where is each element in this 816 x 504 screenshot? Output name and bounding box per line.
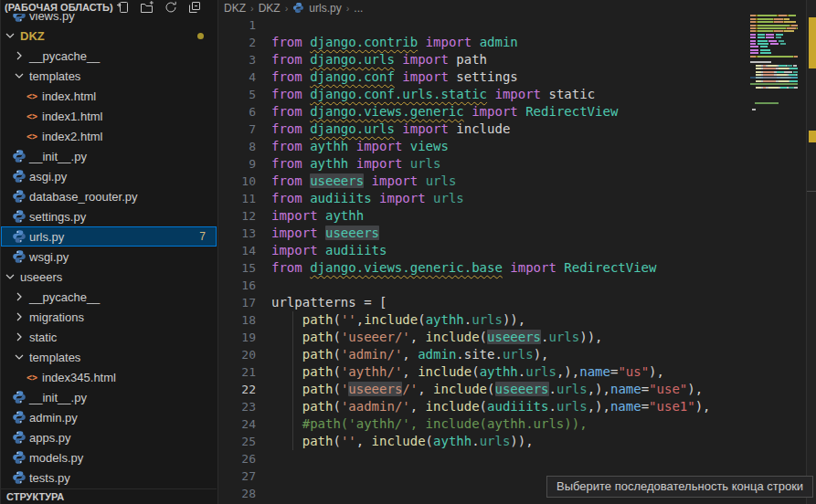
code-line[interactable]: 26	[219, 450, 816, 467]
tree-item-DKZ[interactable]: DKZ	[1, 26, 217, 46]
code-line[interactable]: 11from audiiits import urls	[219, 190, 816, 207]
new-file-icon[interactable]	[116, 0, 131, 15]
line-number: 25	[219, 433, 256, 450]
tree-item-__init__.py[interactable]: __init__.py	[1, 146, 217, 166]
code-line[interactable]: 5from django.conf.urls.static import sta…	[219, 86, 816, 103]
python-icon	[12, 410, 26, 425]
tree-item-database_roouter.py[interactable]: database_roouter.py	[1, 186, 217, 206]
code-line[interactable]: 10from useeers import urls	[219, 173, 816, 190]
code-line[interactable]: 19 path('useeer/', include(useeers.urls)…	[219, 329, 816, 346]
tree-item-label: __pycache__	[29, 49, 100, 63]
vscode-window: views.pyDKZ__pycache__templates<>index.h…	[0, 0, 816, 504]
chevron-down-icon	[12, 68, 26, 83]
tree-item-label: templates	[29, 69, 80, 83]
folder-dot-badge	[197, 33, 204, 39]
tree-item-label: asgi.py	[29, 170, 67, 184]
html-icon: <>	[25, 373, 39, 383]
tree-item-tests.py[interactable]: tests.py	[1, 467, 217, 488]
tree-item-label: index2.html	[42, 130, 102, 143]
tree-item-models.py[interactable]: models.py	[1, 447, 217, 467]
line-number: 7	[219, 121, 256, 138]
code-line[interactable]: 13import useeers	[219, 225, 816, 242]
tree-item-static[interactable]: static	[1, 327, 217, 347]
tree-item-urls.py[interactable]: urls.py7	[1, 226, 217, 247]
code-line[interactable]: 12import aythh	[219, 207, 816, 225]
warning-marker	[809, 17, 816, 68]
code-line[interactable]: 3from django.urls import path	[219, 51, 816, 68]
code-line[interactable]: 7from django.urls import include	[219, 121, 816, 138]
code-line[interactable]: 17urlpatterns = [	[219, 294, 816, 311]
tree-item-templates[interactable]: templates	[1, 66, 217, 86]
python-icon	[12, 390, 26, 404]
tree-item-label: __init__.py	[29, 150, 87, 163]
line-number: 4	[219, 68, 256, 86]
problems-badge: 7	[199, 230, 206, 243]
line-number: 10	[219, 173, 256, 190]
tree-item-wsgi.py[interactable]: wsgi.py	[1, 247, 217, 267]
scrollbar-thumb-edge	[807, 191, 816, 192]
python-icon	[12, 209, 26, 224]
tree-item-label: index345.html	[42, 371, 116, 384]
code-line[interactable]: 6from django.views.generic import Redire…	[219, 103, 816, 121]
tree-item-index.html[interactable]: <>index.html	[1, 86, 217, 106]
code-line[interactable]: 20 path('admin/', admin.site.urls),	[219, 346, 816, 363]
chevron-down-icon	[3, 28, 17, 43]
outline-section-header[interactable]: СТРУКТУРА	[1, 488, 217, 504]
line-number: 28	[219, 485, 256, 502]
python-icon	[12, 450, 26, 465]
tree-item-migrations[interactable]: migrations	[1, 307, 217, 327]
tree-item-label: urls.py	[29, 230, 64, 244]
tree-item-label: admin.py	[29, 411, 78, 425]
tree-item-index2.html[interactable]: <>index2.html	[1, 126, 217, 146]
code-line[interactable]: 22 path('useeers/', include(useeers.urls…	[219, 381, 816, 398]
python-icon	[12, 430, 26, 445]
html-icon: <>	[25, 91, 39, 101]
chevron-right-icon	[12, 48, 26, 63]
code-line[interactable]: 4from django.conf import settings	[219, 68, 816, 86]
line-number: 27	[219, 467, 256, 485]
line-number: 12	[219, 207, 256, 225]
code-line[interactable]: 25 path('', include(aythh.urls)),	[219, 433, 816, 450]
line-number: 14	[219, 242, 256, 259]
tree-item-admin.py[interactable]: admin.py	[1, 407, 217, 427]
tree-item-asgi.py[interactable]: asgi.py	[1, 166, 217, 186]
tree-item-label: database_roouter.py	[29, 190, 138, 204]
scrollbar-overview-ruler[interactable]	[806, 0, 816, 504]
line-number: 2	[219, 34, 256, 51]
code-line[interactable]: 14import audiiits	[219, 242, 816, 259]
refresh-icon[interactable]	[164, 0, 178, 15]
collapse-all-icon[interactable]	[187, 0, 202, 15]
chevron-right-icon	[12, 289, 26, 304]
code-line[interactable]: 2from django.contrib import admin	[219, 34, 816, 51]
code-line[interactable]: 16	[219, 277, 816, 294]
new-folder-icon[interactable]	[140, 0, 154, 15]
tree-item-__pycache__[interactable]: __pycache__	[1, 287, 217, 307]
python-icon	[12, 189, 26, 204]
line-number: 13	[219, 225, 256, 242]
tree-item-label: migrations	[29, 310, 84, 324]
code-editor[interactable]: 12from django.contrib import admin3from …	[219, 0, 816, 504]
code-line[interactable]: 9from aythh import urls	[219, 155, 816, 173]
code-line[interactable]: 24 #path('aythh/', include(aythh.urls)),	[219, 415, 816, 433]
tree-item-templates[interactable]: templates	[1, 347, 217, 367]
tree-item-useeers[interactable]: useeers	[1, 267, 217, 287]
explorer-pane-header[interactable]: (РАБОЧАЯ ОБЛАСТЬ) ...	[1, 0, 217, 14]
chevron-down-icon	[3, 269, 17, 284]
tree-item-index1.html[interactable]: <>index1.html	[1, 106, 217, 126]
code-line[interactable]: 15from django.views.generic.base import …	[219, 259, 816, 277]
tree-item-__init__.py[interactable]: __init__.py	[1, 387, 217, 407]
tree-item-settings.py[interactable]: settings.py	[1, 206, 217, 226]
file-tree: views.pyDKZ__pycache__templates<>index.h…	[1, 0, 217, 488]
tree-item-index345.html[interactable]: <>index345.html	[1, 367, 217, 387]
minimap[interactable]	[750, 0, 799, 504]
code-line[interactable]: 18 path('',include(aythh.urls)),	[219, 311, 816, 329]
explorer-actions	[116, 0, 213, 15]
code-line[interactable]: 23 path('aadmin/', include(audiiits.urls…	[219, 398, 816, 415]
code-line[interactable]: 8from aythh import views	[219, 138, 816, 155]
tree-item-apps.py[interactable]: apps.py	[1, 427, 217, 447]
tree-item-__pycache__[interactable]: __pycache__	[1, 46, 217, 66]
line-number: 1	[219, 16, 256, 34]
python-icon	[12, 229, 26, 244]
code-line[interactable]: 1	[219, 16, 816, 34]
code-line[interactable]: 21 path('aythh/', include(aythh.urls,),n…	[219, 363, 816, 381]
